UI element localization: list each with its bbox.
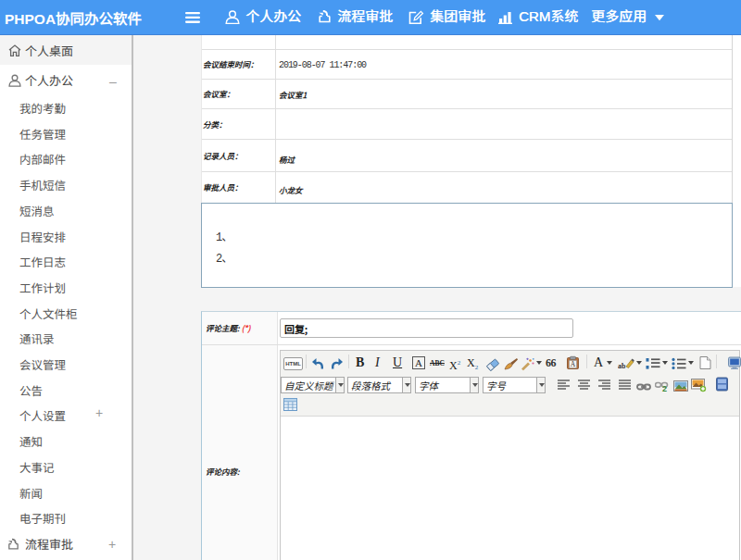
svg-text:A: A bbox=[571, 360, 576, 368]
svg-text:2: 2 bbox=[662, 384, 667, 393]
svg-text:ab: ab bbox=[618, 362, 626, 370]
